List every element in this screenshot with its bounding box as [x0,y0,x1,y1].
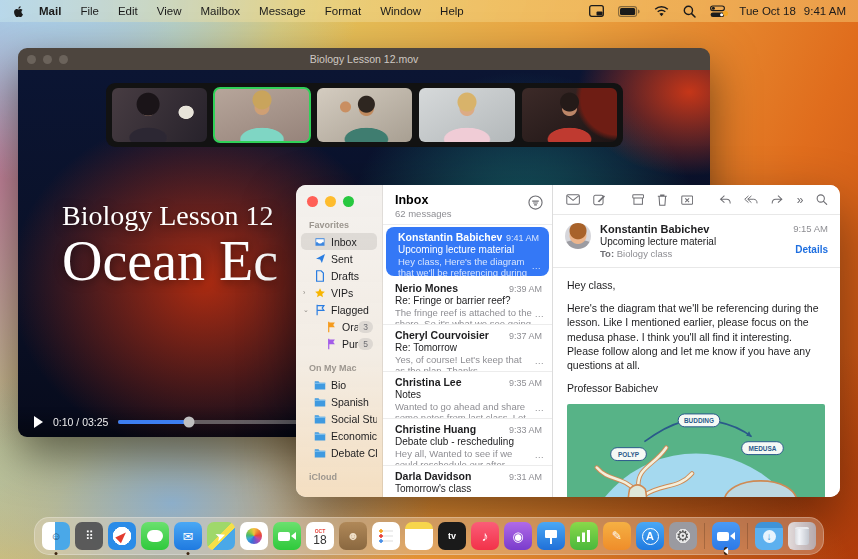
dock-facetime[interactable] [273,522,301,550]
menu-edit[interactable]: Edit [118,5,138,17]
icloud-header[interactable]: iCloud [296,469,382,485]
compose-icon[interactable] [593,193,605,207]
message-body: Hey class, Here's the diagram that we'll… [553,268,840,497]
reply-icon[interactable] [719,194,731,206]
dock-safari[interactable] [108,522,136,550]
menu-format[interactable]: Format [325,5,361,17]
chevron-down-icon[interactable]: ⌄ [303,306,309,314]
dock-tv[interactable]: tv [438,522,466,550]
sidebar-folder-economics[interactable]: Economics [301,427,377,444]
sender: Christine Huang [395,423,476,435]
apple-menu-icon[interactable] [12,5,25,18]
message-row[interactable]: Konstantin Babichev9:41 AM Upcoming lect… [386,227,549,276]
chevron-right-icon[interactable]: › [303,289,305,296]
sidebar-item-flagged[interactable]: ⌄ Flagged [301,301,377,318]
participant-video-2-active-speaker[interactable] [214,88,309,142]
sidebar-item-inbox[interactable]: Inbox [301,233,377,250]
search-icon[interactable] [816,193,828,206]
message-row[interactable]: Nerio Mones9:39 AM Re: Fringe or barrier… [383,278,552,325]
get-mail-icon[interactable] [566,193,580,206]
play-icon[interactable] [34,416,43,428]
dock-pages[interactable]: ✎ [603,522,631,550]
wifi-icon[interactable] [654,6,669,17]
minimize-button[interactable] [325,196,336,207]
participant-video-3[interactable] [317,88,412,142]
menu-window[interactable]: Window [380,5,421,17]
dock-keynote[interactable] [537,522,565,550]
dock-finder[interactable]: ☺ [42,522,70,550]
dock-notes[interactable] [405,522,433,550]
dock-zoom[interactable] [712,522,740,550]
dock-system-settings[interactable]: ⚙ [669,522,697,550]
menu-mail[interactable]: Mail [39,5,61,17]
dock-music[interactable]: ♪ [471,522,499,550]
sidebar-folder-debate-club[interactable]: Debate Club [301,444,377,461]
screen-mirroring-icon[interactable] [589,5,604,17]
more-toolbar-items-icon[interactable]: » [797,194,804,206]
participant-video-5[interactable] [522,88,617,142]
sidebar-item-sent[interactable]: Sent [301,250,377,267]
dock-calendar[interactable]: OCT 18 [306,522,334,550]
close-button[interactable] [307,196,318,207]
forward-icon[interactable] [771,194,783,206]
sidebar-folder-social-studies[interactable]: Social Studies [301,410,377,427]
filter-icon[interactable] [528,195,543,214]
junk-icon[interactable] [681,193,693,206]
dock-trash[interactable] [788,522,816,550]
preview: As stated in the calendar, we'll be revi… [395,495,542,498]
participant-video-1[interactable] [112,88,207,142]
video-progress-handle[interactable] [184,417,195,428]
menu-mailbox[interactable]: Mailbox [200,5,240,17]
control-center-icon[interactable] [710,5,725,18]
dock-app-store[interactable]: A [636,522,664,550]
jellyfish-lifecycle-diagram[interactable]: BUDDING MEDUSA POLYP [567,404,825,497]
sidebar-item-drafts[interactable]: Drafts [301,267,377,284]
dock-podcasts[interactable]: ◉ [504,522,532,550]
folder-icon [314,413,326,425]
participant-video-4[interactable] [419,88,514,142]
reply-all-icon[interactable] [744,194,758,206]
details-link[interactable]: Details [793,244,828,255]
trash-icon[interactable] [657,193,668,207]
message-time: 9:37 AM [509,331,542,341]
sidebar-folder-bio[interactable]: Bio [301,376,377,393]
zoom-button[interactable] [59,55,68,64]
menu-help[interactable]: Help [440,5,464,17]
archive-icon[interactable] [632,193,644,206]
menu-clock[interactable]: Tue Oct 18 9:41 AM [739,5,846,17]
zoom-button[interactable] [343,196,354,207]
message-row[interactable]: Darla Davidson9:31 AM Tomorrow's class A… [383,466,552,497]
dock-mail[interactable]: ✉ [174,522,202,550]
dock-maps[interactable]: ➤ [207,522,235,550]
subject: Notes [395,389,542,400]
menu-file[interactable]: File [80,5,99,17]
menu-message[interactable]: Message [259,5,306,17]
message-row[interactable]: Christina Lee9:35 AM Notes Wanted to go … [383,372,552,419]
body-paragraph: Here's the diagram that we'll be referen… [567,301,826,372]
message-row[interactable]: Christine Huang9:33 AM Debate club - res… [383,419,552,466]
window-controls [296,193,382,217]
spotlight-search-icon[interactable] [683,5,696,18]
sidebar-item-label: Bio [331,379,346,391]
dock-contacts[interactable]: ☻ [339,522,367,550]
sidebar-folder-spanish[interactable]: Spanish [301,393,377,410]
dock-launchpad[interactable]: ⠿ [75,522,103,550]
dock-downloads-folder[interactable]: ↓ [755,522,783,550]
battery-icon[interactable] [618,6,640,17]
dock-reminders[interactable] [372,522,400,550]
sidebar-item-flag-orange[interactable]: Orange 3 [301,318,377,335]
menu-view[interactable]: View [157,5,182,17]
video-window-titlebar[interactable]: Biology Lesson 12.mov [18,48,710,70]
dock-messages[interactable] [141,522,169,550]
close-button[interactable] [27,55,36,64]
sidebar-item-vips[interactable]: › VIPs [301,284,377,301]
minimize-button[interactable] [43,55,52,64]
message-row[interactable]: Cheryl Courvoisier9:37 AM Re: Tomorrow Y… [383,325,552,372]
smart-mailboxes-header[interactable]: Smart Mailboxes [296,493,382,497]
truncation-ellipsis: … [535,402,545,413]
sidebar-item-flag-purple[interactable]: Purple 5 [301,335,377,352]
video-progress-bar[interactable] [118,420,300,424]
dock-photos[interactable] [240,522,268,550]
sender-avatar[interactable] [565,223,591,249]
dock-numbers[interactable] [570,522,598,550]
